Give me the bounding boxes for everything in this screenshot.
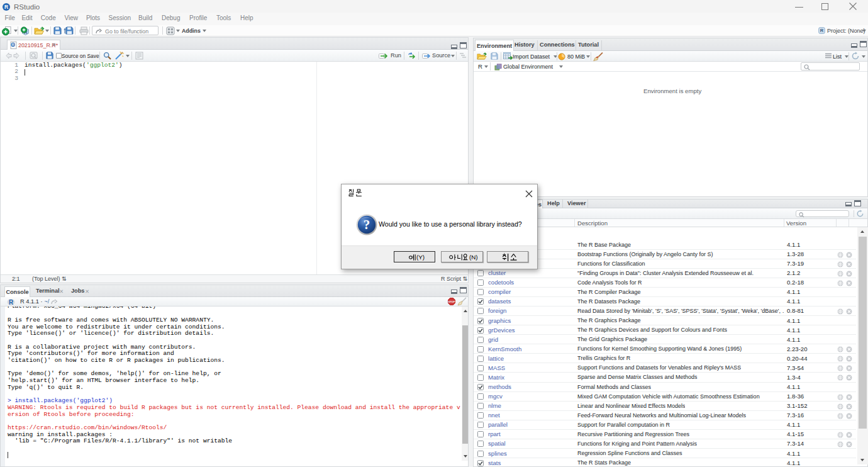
svg-text:STOP: STOP — [448, 300, 455, 303]
svg-text:R: R — [820, 28, 824, 33]
svg-text:?: ? — [364, 217, 370, 232]
svg-text:R: R — [9, 298, 14, 305]
svg-text:R: R — [12, 43, 15, 47]
